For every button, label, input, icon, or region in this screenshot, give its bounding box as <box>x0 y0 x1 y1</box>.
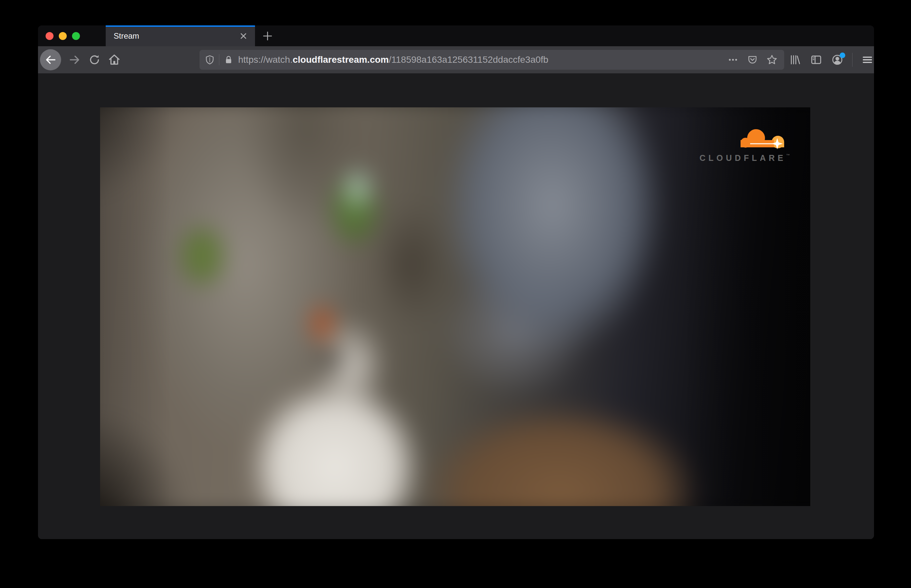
tab-bar: Stream <box>38 26 874 46</box>
minimize-window-button[interactable] <box>59 32 67 40</box>
trademark-symbol: ™ <box>786 153 790 157</box>
cloudflare-wordmark: CLOUDFLARE™ <box>681 153 790 163</box>
sidebar-icon <box>810 54 822 66</box>
toolbar-right <box>789 53 874 67</box>
toolbar-separator <box>852 53 853 67</box>
ellipsis-icon <box>727 54 738 65</box>
tracking-protection-button[interactable] <box>205 55 215 65</box>
url-text[interactable]: https://watch.cloudflarestream.com/11859… <box>238 55 727 65</box>
close-window-button[interactable] <box>45 32 53 40</box>
library-icon <box>789 54 801 66</box>
bookmark-button[interactable] <box>766 54 777 65</box>
star-icon <box>766 54 777 65</box>
url-scheme: https://watch. <box>238 55 292 65</box>
page-content: CLOUDFLARE™ <box>38 73 874 539</box>
tab-stream[interactable]: Stream <box>106 26 255 46</box>
video-vignette <box>100 107 810 506</box>
hamburger-icon <box>861 54 873 66</box>
account-button-wrap <box>831 53 844 66</box>
connection-security-button[interactable] <box>224 55 234 65</box>
url-bar[interactable]: https://watch.cloudflarestream.com/11859… <box>200 50 784 70</box>
cloudflare-logo: CLOUDFLARE™ <box>681 126 790 163</box>
url-domain: cloudflarestream.com <box>292 55 389 65</box>
urlbar-actions <box>727 54 779 65</box>
back-button[interactable] <box>40 49 61 70</box>
forward-button[interactable] <box>68 53 81 66</box>
reload-icon <box>89 54 100 66</box>
pocket-icon <box>747 55 758 65</box>
home-icon <box>108 53 121 66</box>
tab-title: Stream <box>114 31 240 40</box>
browser-window: Stream <box>38 26 874 539</box>
account-notification-dot <box>840 53 845 58</box>
window-controls <box>38 26 80 46</box>
back-icon <box>44 53 57 66</box>
new-tab-button[interactable] <box>261 28 274 44</box>
page-actions-button[interactable] <box>727 54 738 65</box>
navigation-toolbar: https://watch.cloudflarestream.com/11859… <box>38 46 874 73</box>
close-tab-icon[interactable] <box>240 32 247 40</box>
reload-button[interactable] <box>88 53 101 66</box>
library-button[interactable] <box>789 53 801 66</box>
close-icon <box>240 32 247 40</box>
active-tab-indicator <box>106 26 255 27</box>
url-path: /118598a163a125631152ddaccfe3a0fb <box>389 55 548 65</box>
cloudflare-cloud-icon <box>738 126 790 150</box>
video-player[interactable]: CLOUDFLARE™ <box>100 107 810 506</box>
forward-icon <box>68 53 81 66</box>
zoom-window-button[interactable] <box>72 32 80 40</box>
nav-buttons <box>40 49 121 70</box>
home-button[interactable] <box>108 53 121 66</box>
shield-icon <box>205 55 215 65</box>
lock-icon <box>224 55 234 65</box>
menu-button[interactable] <box>861 53 874 66</box>
pocket-button[interactable] <box>747 55 758 65</box>
plus-icon <box>263 31 273 41</box>
sidebar-button[interactable] <box>810 53 822 66</box>
